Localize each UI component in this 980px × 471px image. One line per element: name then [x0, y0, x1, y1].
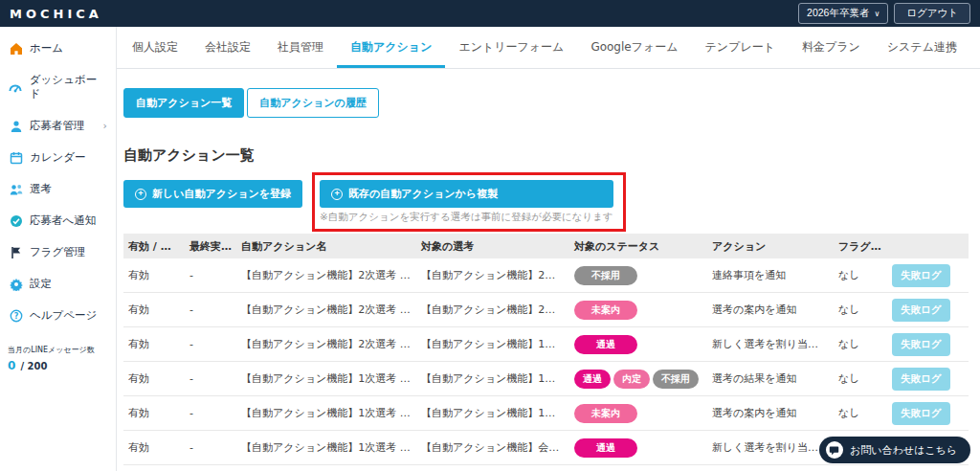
graduation-year-selector[interactable]: 2026年卒業者 ∨ — [798, 3, 888, 24]
sidebar-item-label: ホーム — [30, 41, 63, 56]
cell-action: 選考の案内を通知 — [707, 406, 834, 420]
sidebar-item-settings[interactable]: 設定 — [0, 268, 116, 300]
cell-flag: なし — [834, 337, 887, 351]
cell-target-selection: 【自動アクション機能】1次選考 — [416, 371, 569, 386]
failure-log-button[interactable]: 失敗ログ — [892, 333, 950, 356]
status-badge: 未案内 — [574, 404, 637, 423]
cell-enabled: 有効 — [123, 337, 185, 351]
cell-flag: なし — [834, 406, 887, 420]
cell-action-name: 【自動アクション機能】1次選考 結果通知 — [236, 371, 416, 386]
sidebar-item-label: 応募者管理 — [30, 119, 85, 133]
cell-statuses: 通過 — [569, 438, 707, 458]
tab-staff[interactable]: 社員管理 — [264, 27, 337, 68]
cell-action: 連絡事項を通知 — [707, 268, 834, 282]
help-icon: ? — [9, 308, 23, 323]
table-row[interactable]: 有効-【自動アクション機能】2次選考 不合格通知（連…【自動アクション機能】2次… — [123, 258, 969, 293]
chevron-right-icon: › — [103, 120, 107, 132]
cell-last-run: - — [185, 407, 236, 419]
cell-enabled: 有効 — [123, 371, 185, 386]
cell-target-selection: 【自動アクション機能】1次選考 — [416, 337, 569, 351]
sidebar-item-label: 選考 — [30, 182, 52, 196]
plus-icon: + — [331, 189, 343, 200]
cell-log-button: 失敗ログ — [887, 333, 969, 356]
settings-tabbar: 個人設定会社設定社員管理自動アクションエントリーフォームGoogleフォームテン… — [117, 27, 980, 69]
actions-row: + 新しい自動アクションを登録 + 既存の自動アクションから複製 ※自動アクショ… — [123, 172, 969, 232]
chevron-down-icon: ∨ — [874, 10, 880, 18]
svg-text:?: ? — [13, 311, 18, 320]
tab-pricing[interactable]: 料金プラン — [789, 27, 874, 68]
sidebar-item-selection[interactable]: 選考 — [0, 173, 116, 205]
sidebar-item-label: 応募者へ通知 — [30, 213, 96, 228]
home-icon — [9, 41, 23, 56]
graduation-year-label: 2026年卒業者 — [807, 7, 869, 20]
failure-log-button[interactable]: 失敗ログ — [892, 402, 950, 425]
tab-template[interactable]: テンプレート — [692, 27, 789, 68]
table-header-row: 有効 / 無効最終実行日時自動アクション名対象の選考対象のステータスアクションフ… — [123, 234, 969, 258]
tab-system[interactable]: システム連携 — [874, 27, 970, 68]
cell-flag: なし — [834, 303, 887, 317]
column-header: フラグ指定 — [834, 239, 887, 254]
cell-action: 選考の結果を通知 — [707, 371, 834, 386]
cell-action-name: 【自動アクション機能】2次選考 割り当て — [236, 337, 416, 351]
cell-statuses: 不採用 — [569, 266, 707, 285]
subtab-action-list[interactable]: 自動アクション一覧 — [123, 88, 244, 118]
failure-log-button[interactable]: 失敗ログ — [892, 299, 950, 322]
tab-company[interactable]: 会社設定 — [191, 27, 264, 68]
column-header: 対象のステータス — [569, 239, 707, 254]
cell-statuses: 未案内 — [569, 404, 707, 423]
cell-action: 新しく選考を割り当てる — [707, 337, 834, 351]
failure-log-button[interactable]: 失敗ログ — [892, 264, 950, 287]
table-row[interactable]: 有効-【自動アクション機能】2次選考 割り当て【自動アクション機能】1次選考通過… — [123, 327, 969, 362]
cell-flag: なし — [834, 371, 887, 386]
sidebar-item-calendar[interactable]: カレンダー — [0, 142, 116, 173]
topbar: MOCHICA 2026年卒業者 ∨ ログアウト — [0, 0, 980, 27]
table-row[interactable]: 有効-【自動アクション機能】会社説明会 お礼送付【自動アクション機能】会社説明会… — [123, 465, 969, 471]
column-header: 有効 / 無効 — [123, 239, 185, 254]
tab-entry-form[interactable]: エントリーフォーム — [445, 27, 577, 68]
register-new-action-button[interactable]: + 新しい自動アクションを登録 — [123, 180, 302, 208]
cell-last-run: - — [185, 441, 236, 454]
people-icon — [9, 182, 23, 196]
cell-enabled: 有効 — [123, 303, 185, 317]
cell-log-button: 失敗ログ — [887, 402, 969, 425]
user-icon — [9, 119, 23, 133]
tab-auto-action[interactable]: 自動アクション — [337, 27, 445, 68]
sidebar-item-home[interactable]: ホーム — [0, 33, 116, 64]
sidebar-item-label: フラグ管理 — [30, 245, 85, 259]
cell-last-run: - — [185, 303, 236, 316]
duplicate-action-button[interactable]: + 既存の自動アクションから複製 — [320, 180, 613, 208]
cell-action-name: 【自動アクション機能】2次選考 選考案内通知 — [236, 303, 416, 317]
failure-log-button[interactable]: 失敗ログ — [892, 368, 950, 391]
cell-statuses: 未案内 — [569, 301, 707, 320]
sidebar-item-dashboard[interactable]: ダッシュボード — [0, 64, 116, 110]
plus-icon: + — [135, 189, 146, 200]
table-row[interactable]: 有効-【自動アクション機能】1次選考 結果通知【自動アクション機能】1次選考通過… — [123, 362, 969, 396]
column-header: 対象の選考 — [416, 239, 569, 254]
sidebar-item-flags[interactable]: フラグ管理 — [0, 236, 116, 268]
calendar-icon — [9, 150, 23, 165]
cell-last-run: - — [185, 269, 236, 281]
sidebar-item-notify[interactable]: 応募者へ通知 — [0, 205, 116, 236]
duplicate-action-label: 既存の自動アクションから複製 — [348, 187, 498, 201]
auto-action-subtabs: 自動アクション一覧自動アクションの履歴 — [123, 88, 969, 118]
tab-google-form[interactable]: Googleフォーム — [577, 27, 691, 68]
cell-enabled: 有効 — [123, 440, 185, 455]
tab-personal[interactable]: 個人設定 — [119, 27, 191, 68]
status-badge: 通過 — [574, 335, 637, 354]
cell-last-run: - — [185, 338, 236, 350]
cell-flag: なし — [834, 268, 887, 282]
cell-target-selection: 【自動アクション機能】会社説明会 — [416, 440, 569, 455]
table-row[interactable]: 有効-【自動アクション機能】2次選考 選考案内通知【自動アクション機能】2次選考… — [123, 293, 969, 327]
logout-button[interactable]: ログアウト — [894, 3, 970, 24]
contact-chat-button[interactable]: お問い合わせはこちら — [819, 437, 970, 463]
sidebar-item-label: ヘルプページ — [30, 308, 97, 323]
sidebar-item-applicants[interactable]: 応募者管理› — [0, 110, 116, 142]
table-row[interactable]: 有効-【自動アクション機能】1次選考 選考案内送付【自動アクション機能】1次選考… — [123, 396, 969, 431]
column-header: アクション — [707, 239, 834, 254]
cell-last-run: - — [185, 372, 236, 385]
cell-log-button: 失敗ログ — [887, 368, 969, 391]
cell-target-selection: 【自動アクション機能】2次選考 — [416, 268, 569, 282]
action-note: ※自動アクションを実行する選考は事前に登録が必要になります — [320, 211, 613, 224]
subtab-action-history[interactable]: 自動アクションの履歴 — [247, 88, 379, 118]
sidebar-item-help[interactable]: ?ヘルプページ — [0, 300, 116, 331]
